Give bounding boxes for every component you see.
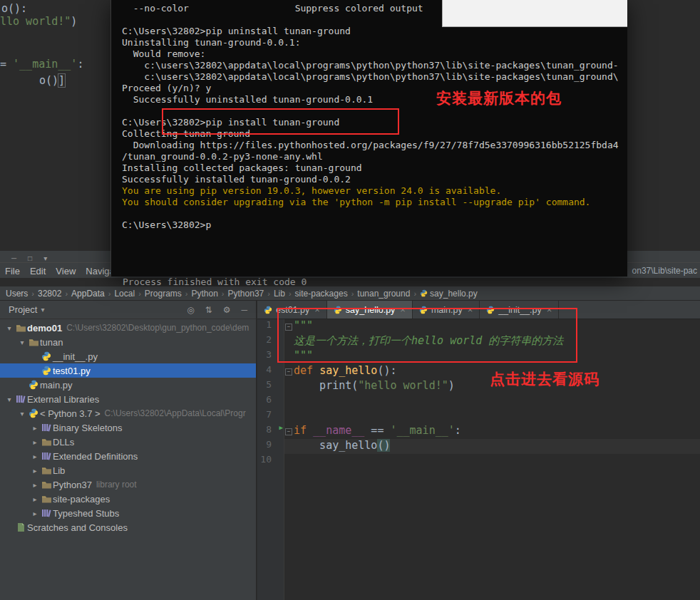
chevron-right-icon[interactable]: ▸ (30, 495, 40, 503)
project-panel-header[interactable]: Project ▾ ◎⇅⚙─ (0, 301, 256, 319)
tree-item-python-3-7[interactable]: ▾< Python 3.7 >C:\Users\32802\AppData\Lo… (0, 406, 256, 420)
tree-item-binary-skeletons[interactable]: ▸Binary Skeletons (0, 420, 256, 435)
breadcrumb-separator: › (185, 289, 188, 298)
run-line-icon[interactable]: ▶ (279, 424, 283, 431)
breadcrumb-separator: › (289, 289, 292, 298)
chevron-right-icon[interactable]: ▸ (30, 481, 40, 489)
fold-icon[interactable]: − (285, 368, 292, 376)
chevron-down-icon[interactable]: ▾ (17, 338, 27, 346)
tree-item-label: Typeshed Stubs (53, 508, 119, 519)
menu-edit[interactable]: Edit (25, 266, 51, 276)
tree-item-init-py[interactable]: __init__.py (0, 349, 256, 363)
lib-icon (14, 394, 27, 404)
tree-item-label: DLLs (53, 437, 74, 448)
tree-item-python37[interactable]: ▸Python37library root (0, 477, 256, 492)
breadcrumb-item-lib[interactable]: Lib (274, 289, 285, 299)
tree-item-label: Binary Skeletons (53, 423, 123, 433)
py-icon (40, 351, 53, 361)
tab-main-py[interactable]: main.py× (413, 301, 480, 319)
close-tab-icon[interactable]: × (400, 304, 406, 315)
fold-icon[interactable]: − (285, 428, 292, 435)
code-line-5[interactable]: print("hello world!") (284, 379, 700, 394)
collapse-all-icon[interactable]: ⇅ (205, 301, 212, 319)
code-line-4[interactable]: def say_hello(): (284, 364, 700, 379)
code-line-1[interactable]: """ (284, 319, 700, 334)
tree-item-label: Python37 (53, 480, 92, 490)
chevron-right-icon[interactable]: ▸ (30, 438, 40, 446)
chevron-right-icon[interactable]: ▸ (30, 424, 40, 432)
settings-gear-icon[interactable]: ⚙ (223, 301, 231, 319)
background-code-fragment: = '__main__': (0, 58, 83, 71)
tree-item-site-packages[interactable]: ▸site-packages (0, 492, 256, 506)
breadcrumb-item-python37[interactable]: Python37 (228, 289, 264, 299)
breadcrumb-item-say-hello-py[interactable]: say_hello.py (420, 289, 478, 299)
chevron-right-icon[interactable]: ▸ (30, 452, 40, 460)
tree-item-dlls[interactable]: ▸DLLs (0, 435, 256, 449)
menu-view[interactable]: View (51, 266, 81, 276)
editor-body[interactable]: 12345678▶910 """这是一个方法，打印一个hello world 的… (257, 319, 700, 600)
terminal-window[interactable]: --no-color Suppress colored output C:\Us… (110, 0, 627, 276)
chevron-down-icon[interactable]: ▾ (17, 410, 27, 418)
menu-file[interactable]: File (0, 266, 25, 276)
breadcrumb-item-32802[interactable]: 32802 (38, 289, 61, 299)
locate-icon[interactable]: ◎ (187, 301, 194, 319)
breadcrumb-item-programs[interactable]: Programs (145, 289, 182, 299)
tree-item-extended-definitions[interactable]: ▸Extended Definitions (0, 449, 256, 463)
breadcrumb-item-tunan-ground[interactable]: tunan_ground (357, 289, 410, 299)
close-tab-icon[interactable]: × (314, 304, 320, 315)
code-line-7[interactable] (284, 409, 700, 424)
breadcrumb-separator: › (351, 289, 354, 298)
code-line-2[interactable]: 这是一个方法，打印一个hello world 的字符串的方法 (284, 334, 700, 349)
breadcrumb-item-local[interactable]: Local (114, 289, 135, 299)
tree-item-typeshed-stubs[interactable]: ▸Typeshed Stubs (0, 506, 256, 520)
py-icon (27, 380, 40, 390)
tree-item-test01-py[interactable]: test01.py (0, 363, 256, 378)
tree-item-external-libraries[interactable]: ▾External Libraries (0, 392, 256, 406)
tree-item-label: < Python 3.7 > (40, 408, 101, 419)
folder-icon (40, 495, 53, 504)
tree-item-lib[interactable]: ▸Lib (0, 463, 256, 477)
folder-icon (14, 324, 27, 333)
breadcrumb-separator: › (413, 289, 416, 298)
breadcrumb-item-users[interactable]: Users (6, 289, 28, 299)
code-line-8[interactable]: if __name__ == '__main__': (284, 424, 700, 439)
line-number: 5 (257, 379, 284, 394)
project-panel-title: Project (9, 304, 37, 315)
terminal-line (122, 105, 627, 117)
chevron-down-icon[interactable]: ▾ (41, 306, 44, 314)
code-line-3[interactable]: """ (284, 349, 700, 364)
editor-tab-bar: est01.py×say_hello.py×main.py×__init__.p… (257, 301, 700, 319)
workspace: Project ▾ ◎⇅⚙─ ▾demo01C:\Users\32802\Des… (0, 301, 700, 600)
background-code-fragment: llo world!") (0, 15, 77, 28)
close-tab-icon[interactable]: × (468, 304, 473, 315)
chevron-down-icon[interactable]: ▾ (4, 324, 14, 332)
chevron-right-icon[interactable]: ▸ (30, 510, 40, 517)
tree-item-main-py[interactable]: main.py (0, 378, 256, 392)
background-code-fragment: o()] (39, 74, 65, 87)
py-icon (27, 408, 40, 418)
breadcrumb-item-appdata[interactable]: AppData (71, 289, 105, 299)
breadcrumb-item-site-packages[interactable]: site-packages (295, 289, 348, 299)
tab-est01-py[interactable]: est01.py× (257, 301, 327, 319)
breadcrumb-item-python[interactable]: Python (191, 289, 217, 299)
tab-say-hello-py[interactable]: say_hello.py× (327, 301, 413, 319)
code-line-9[interactable]: say_hello() (284, 439, 700, 454)
tree-item-demo01[interactable]: ▾demo01C:\Users\32802\Desktop\gun_python… (0, 321, 256, 335)
fold-icon[interactable]: − (285, 324, 292, 331)
code-line-6[interactable] (284, 394, 700, 409)
tab-init-py[interactable]: __init__.py× (480, 301, 559, 319)
breadcrumb-separator: › (267, 289, 270, 298)
chevron-down-icon[interactable]: ▾ (4, 395, 14, 403)
chevron-right-icon[interactable]: ▸ (30, 467, 40, 475)
breadcrumb-separator: › (222, 289, 225, 298)
hide-panel-icon[interactable]: ─ (241, 301, 247, 319)
code-line-10[interactable] (284, 454, 700, 469)
process-finished-status: Process finished with exit code 0 (123, 276, 307, 287)
tab-label: main.py (431, 305, 463, 315)
tree-item-tunan[interactable]: ▾tunan (0, 335, 256, 349)
close-tab-icon[interactable]: × (547, 304, 552, 315)
editor-gutter: 12345678▶910 (257, 319, 284, 600)
code-area[interactable]: """这是一个方法，打印一个hello world 的字符串的方法"""def … (284, 319, 700, 600)
tree-item-scratches-and-consoles[interactable]: Scratches and Consoles (0, 520, 256, 534)
tab-label: say_hello.py (346, 305, 396, 315)
